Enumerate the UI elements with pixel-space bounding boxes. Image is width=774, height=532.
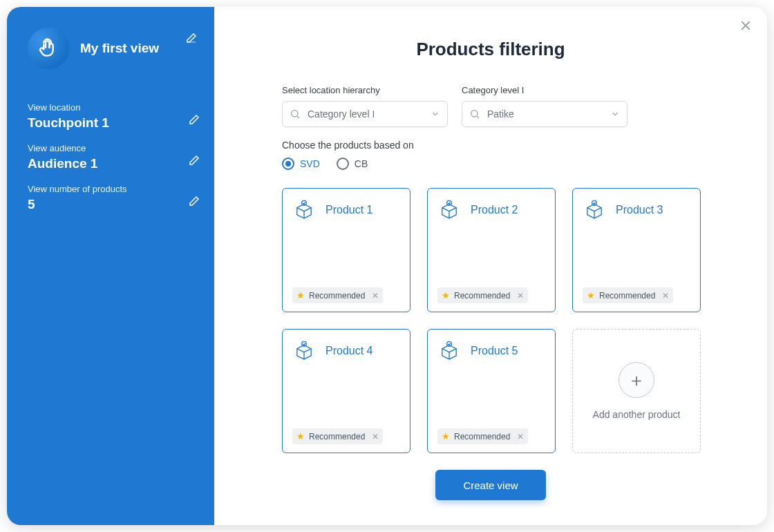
sidebar-label: View audience (28, 143, 180, 153)
edit-view-name-icon[interactable] (185, 32, 198, 47)
product-name: Product 1 (325, 204, 372, 216)
sidebar-value: Audience 1 (28, 156, 180, 171)
app-modal: My first view View location Touchpoint 1… (7, 7, 767, 525)
radio-icon (282, 158, 294, 170)
radio-label: CB (355, 158, 368, 169)
sidebar: My first view View location Touchpoint 1… (7, 7, 214, 525)
chevron-down-icon (431, 109, 440, 119)
radio-svd[interactable]: SVD (282, 158, 320, 170)
radio-icon (337, 158, 349, 170)
add-product-label: Add another product (593, 409, 681, 420)
main-panel: Products filtering Select location hiera… (214, 7, 767, 525)
filter-label: Category level I (462, 85, 627, 95)
product-card[interactable]: Product 2 ★ Recommended ✕ (427, 188, 556, 312)
radio-cb[interactable]: CB (337, 158, 368, 170)
touch-icon (28, 28, 69, 69)
box-check-icon (437, 198, 461, 222)
remove-tag-icon[interactable]: ✕ (372, 432, 379, 441)
recommended-tag: ★ Recommended ✕ (437, 287, 528, 303)
search-icon (290, 108, 301, 120)
star-icon: ★ (296, 431, 305, 441)
edit-product-count-icon[interactable] (188, 195, 200, 210)
filters-row: Select location hierarchy Category level… (282, 85, 741, 127)
search-icon (469, 108, 480, 120)
tag-label: Recommended (599, 291, 655, 301)
tag-label: Recommended (454, 291, 510, 301)
sidebar-header: My first view (28, 28, 200, 69)
product-card[interactable]: Product 3 ★ Recommended ✕ (572, 188, 701, 312)
product-name: Product 4 (325, 345, 372, 357)
plus-icon: ＋ (619, 362, 654, 398)
tag-label: Recommended (309, 432, 365, 441)
product-name: Product 3 (616, 204, 663, 216)
recommended-tag: ★ Recommended ✕ (437, 428, 528, 444)
chevron-down-icon (610, 109, 620, 119)
product-card[interactable]: Product 1 ★ Recommended ✕ (282, 188, 410, 312)
tag-label: Recommended (454, 432, 510, 441)
product-name: Product 5 (471, 345, 518, 357)
remove-tag-icon[interactable]: ✕ (517, 291, 524, 301)
product-name: Product 2 (471, 204, 518, 216)
edit-audience-icon[interactable] (188, 154, 200, 169)
sidebar-label: View location (28, 102, 180, 113)
create-view-button[interactable]: Create view (435, 470, 546, 500)
product-grid: Product 1 ★ Recommended ✕ Product 2 (282, 188, 741, 453)
view-title: My first view (80, 41, 159, 56)
svg-point-1 (471, 111, 478, 117)
edit-location-icon[interactable] (188, 113, 200, 129)
star-icon: ★ (442, 431, 450, 441)
choose-label: Choose the products based on (282, 140, 741, 151)
sidebar-group-location: View location Touchpoint 1 (28, 102, 200, 131)
location-select[interactable]: Category level I (282, 101, 448, 127)
radio-label: SVD (300, 158, 320, 169)
radio-row: SVD CB (282, 158, 741, 170)
product-card[interactable]: Product 4 ★ Recommended ✕ (282, 329, 410, 453)
remove-tag-icon[interactable]: ✕ (662, 291, 669, 301)
sidebar-group-audience: View audience Audience 1 (28, 143, 200, 171)
box-check-icon (583, 198, 606, 222)
filter-label: Select location hierarchy (282, 85, 448, 95)
tag-label: Recommended (309, 291, 365, 301)
product-card[interactable]: Product 5 ★ Recommended ✕ (427, 329, 556, 453)
box-check-icon (292, 198, 316, 222)
star-icon: ★ (587, 290, 595, 301)
star-icon: ★ (442, 290, 450, 301)
select-value: Patike (487, 108, 514, 120)
add-product-card[interactable]: ＋ Add another product (572, 329, 701, 453)
recommended-tag: ★ Recommended ✕ (583, 287, 673, 303)
recommended-tag: ★ Recommended ✕ (292, 428, 383, 444)
recommended-tag: ★ Recommended ✕ (292, 287, 383, 303)
category-select[interactable]: Patike (462, 101, 627, 127)
svg-point-0 (292, 111, 298, 117)
sidebar-group-product-count: View number of products 5 (28, 184, 200, 212)
select-value: Category level I (308, 108, 375, 120)
page-title: Products filtering (240, 39, 741, 60)
sidebar-value: 5 (28, 197, 180, 212)
remove-tag-icon[interactable]: ✕ (372, 291, 379, 301)
box-check-icon (437, 339, 461, 363)
sidebar-value: Touchpoint 1 (28, 115, 180, 131)
sidebar-label: View number of products (28, 184, 180, 194)
close-icon[interactable] (739, 19, 752, 35)
filter-location: Select location hierarchy Category level… (282, 85, 448, 127)
filter-category: Category level I Patike (462, 85, 627, 127)
remove-tag-icon[interactable]: ✕ (517, 432, 524, 441)
box-check-icon (292, 339, 316, 363)
star-icon: ★ (296, 290, 305, 301)
